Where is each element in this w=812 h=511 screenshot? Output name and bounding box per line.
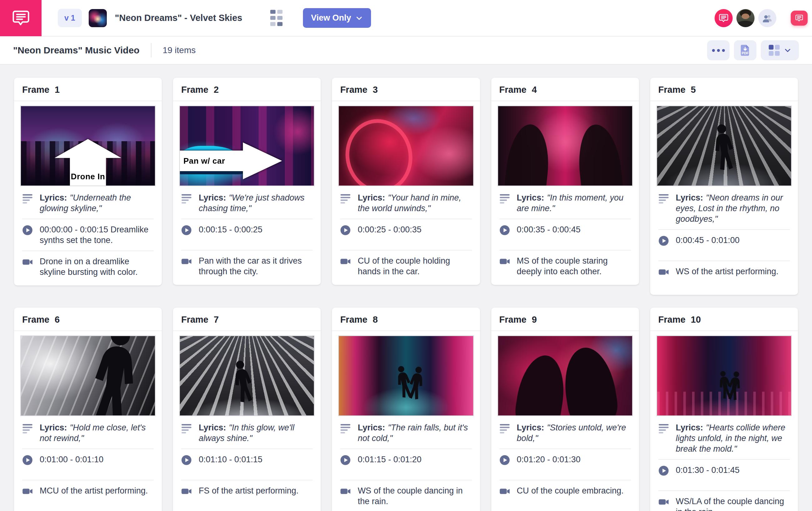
frame-label: Frame	[658, 315, 686, 325]
speech-bubble-icon	[718, 13, 729, 23]
singer-silhouette	[70, 336, 155, 416]
frame-meta: Lyrics:"Neon dreams in our eyes, Lost in…	[650, 187, 798, 295]
timing-row: 0:01:15 - 0:01:20	[340, 449, 471, 480]
lyrics-icon	[658, 423, 669, 433]
shot-text: Pan with the car as it drives through th…	[199, 256, 313, 277]
frame-header: Frame 4	[491, 78, 639, 101]
shot-row: MS of the couple staring deeply into eac…	[499, 250, 631, 282]
frame-label: Frame	[340, 85, 367, 95]
app-top-bar: v 1 "Neon Dreams" - Velvet Skies View On…	[0, 0, 812, 36]
frame-header: Frame 8	[332, 308, 480, 331]
view-only-button[interactable]: View Only	[303, 8, 371, 28]
user-avatar[interactable]	[736, 9, 755, 27]
timing-row: 0:00:35 - 0:00:45	[499, 219, 631, 250]
version-badge[interactable]: v 1	[58, 9, 82, 27]
shot-text: CU of the couple holding hands in the ca…	[357, 256, 471, 277]
team-members-button[interactable]	[758, 9, 776, 27]
project-thumbnail[interactable]	[89, 9, 107, 27]
frame-card-8: Frame 8 Lyrics:"The rain falls, but it's…	[332, 308, 480, 511]
shot-row: Drone in on a dreamlike skyline bursting…	[22, 251, 154, 282]
lyrics-icon	[499, 423, 510, 433]
lyrics-row: Lyrics:"Underneath the glowing skyline,"	[22, 188, 154, 219]
frame-label: Frame	[658, 85, 686, 95]
arrow-label: Drone In	[71, 172, 105, 181]
shot-text: WS of the artist performing.	[676, 266, 779, 277]
more-options-button[interactable]	[707, 40, 729, 60]
lyrics-text: Lyrics:"Neon dreams in our eyes, Lost in…	[676, 192, 790, 224]
lyrics-row: Lyrics:"We're just shadows chasing time,…	[181, 188, 313, 219]
lyrics-icon	[340, 423, 351, 433]
shot-text: MCU of the artist performing.	[40, 485, 148, 496]
frame-meta: Lyrics:"We're just shadows chasing time,…	[173, 187, 321, 285]
performer-silhouette	[706, 119, 742, 175]
comments-button[interactable]	[715, 9, 733, 27]
frame-image-artist-stage[interactable]	[657, 106, 792, 186]
lyrics-icon	[181, 193, 192, 204]
frame-image-couple-embrace[interactable]	[497, 336, 633, 416]
frame-meta: Lyrics:"Hold me close, let's not rewind,…	[14, 417, 162, 511]
frame-image-singer-closeup[interactable]	[20, 336, 155, 416]
frame-label: Frame	[499, 315, 526, 325]
shot-row: WS of the artist performing.	[658, 260, 790, 292]
frame-number: 1	[55, 85, 60, 95]
frame-card-5: Frame 5 Lyrics:"Neon dreams in our eyes,…	[650, 78, 798, 295]
lyrics-icon	[340, 193, 351, 204]
frame-image-couple-in-car[interactable]	[497, 106, 633, 186]
frame-meta: Lyrics:"Underneath the glowing skyline,"…	[14, 187, 162, 285]
frame-label: Frame	[340, 315, 367, 325]
video-camera-icon	[22, 486, 33, 496]
frame-number: 2	[213, 85, 219, 95]
frame-image-holding-hands[interactable]	[338, 106, 473, 186]
export-pdf-button[interactable]: PDF	[734, 40, 756, 60]
lyrics-row: Lyrics:"The rain falls, but it's not col…	[340, 417, 471, 449]
frame-number: 8	[373, 315, 378, 325]
timing-row: 0:00:25 - 0:00:35	[340, 219, 471, 250]
frame-image-artist-fullshot[interactable]	[179, 336, 315, 416]
video-camera-icon	[340, 256, 351, 267]
frame-header: Frame 7	[173, 308, 321, 331]
app-logo[interactable]	[0, 0, 41, 36]
lyrics-text: Lyrics:"Hearts collide where lights unfo…	[676, 422, 790, 454]
shot-text: WS/LA of the couple dancing in the rain.	[676, 496, 790, 511]
lyrics-text: Lyrics:"Underneath the glowing skyline,"	[40, 192, 154, 214]
video-camera-icon	[340, 486, 351, 496]
shot-row: MCU of the artist performing.	[22, 480, 154, 511]
frame-meta: Lyrics:"The rain falls, but it's not col…	[332, 417, 480, 511]
frame-image-rain-dance-wide[interactable]	[657, 336, 792, 416]
shot-row: CU of the couple embracing.	[499, 480, 631, 511]
frame-image-neon-skyline[interactable]: Drone In	[20, 106, 155, 186]
speech-bubble-logo-icon	[11, 8, 31, 28]
frame-meta: Lyrics:"Hearts collide where lights unfo…	[650, 417, 798, 511]
chat-widget-button[interactable]	[791, 10, 808, 26]
pan-arrow: Pan w/ car	[179, 142, 282, 179]
frame-header: Frame 3	[332, 78, 480, 101]
storyboard-grid: Frame 1 Drone In Lyrics:"Underneath the …	[0, 65, 812, 511]
frame-image-car-street[interactable]: Pan w/ car	[179, 106, 315, 186]
play-icon	[658, 465, 669, 476]
lyrics-icon	[499, 193, 510, 204]
lyrics-row: Lyrics:"Your hand in mine, the world unw…	[340, 188, 471, 219]
lyrics-text: Lyrics:"Stories untold, we're bold,"	[517, 422, 631, 444]
timing-row: 0:01:10 - 0:01:15	[181, 449, 313, 480]
video-camera-icon	[22, 257, 33, 267]
time-text: 0:01:15 - 0:01:20	[357, 454, 421, 465]
frame-number: 5	[691, 85, 696, 95]
shot-row: CU of the couple holding hands in the ca…	[340, 250, 471, 282]
frame-meta: Lyrics:"In this glow, we'll always shine…	[173, 417, 321, 511]
frame-header: Frame 1	[14, 78, 162, 101]
lyrics-icon	[181, 423, 192, 433]
frame-label: Frame	[22, 85, 49, 95]
time-text: 0:01:10 - 0:01:15	[199, 454, 262, 465]
frame-image-rain-dance[interactable]	[338, 336, 473, 416]
play-icon	[340, 225, 351, 235]
shot-text: FS of the artist performing.	[199, 485, 298, 496]
layout-view-button[interactable]	[761, 40, 799, 60]
timing-row: 00:00:00 - 0:00:15 Dreamlike synths set …	[22, 219, 154, 251]
board-title: "Neon Dreams" Music Video	[13, 45, 140, 56]
video-camera-icon	[181, 486, 192, 496]
frame-label: Frame	[181, 85, 208, 95]
frame-meta: Lyrics:"Stories untold, we're bold," 0:0…	[491, 417, 639, 511]
shot-text: MS of the couple staring deeply into eac…	[517, 256, 631, 277]
frames-grid-icon[interactable]	[270, 9, 283, 27]
play-icon	[499, 225, 510, 235]
